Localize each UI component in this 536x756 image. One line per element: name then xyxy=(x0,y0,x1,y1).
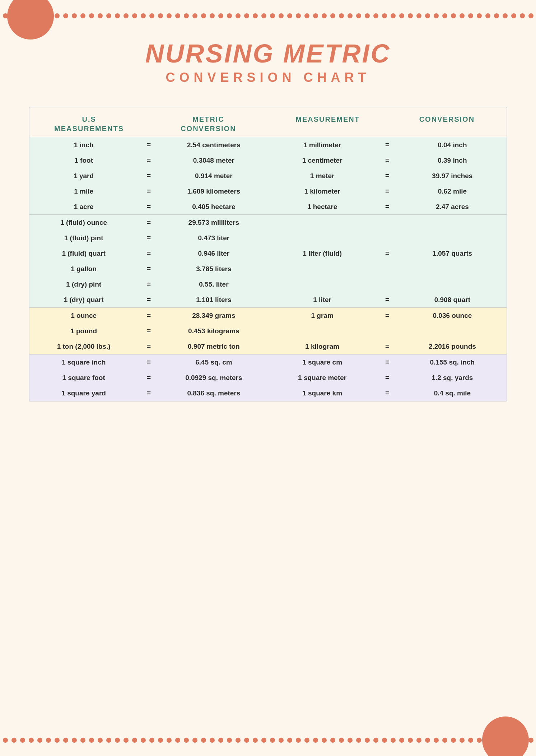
table-row: 1 square yard = 0.836 sq. meters 1 squar… xyxy=(29,385,507,401)
dot xyxy=(72,13,77,18)
section-area: 1 square inch = 6.45 sq. cm 1 square cm … xyxy=(29,354,507,401)
cell-eq-left: = xyxy=(138,186,159,197)
dot xyxy=(11,13,17,18)
section-weight: 1 ounce = 28.349 grams 1 gram = 0.036 ou… xyxy=(29,308,507,354)
cell-us: 1 mile xyxy=(29,186,138,197)
cell-metric-conv: 39.97 inches xyxy=(398,171,507,181)
dot xyxy=(218,13,223,18)
cell-eq-left: = xyxy=(138,341,159,352)
dot xyxy=(192,13,197,18)
dot xyxy=(460,13,465,18)
dot xyxy=(425,13,430,18)
cell-eq-right: = xyxy=(377,139,398,150)
dot xyxy=(132,738,137,743)
dot xyxy=(339,738,344,743)
cell-eq-left: = xyxy=(138,155,159,166)
cell-metric-conv: 2.2016 pounds xyxy=(398,341,507,352)
table-row: 1 (dry) pint = 0.55. liter xyxy=(29,277,507,292)
dot xyxy=(330,738,335,743)
cell-metric-conv: 2.47 acres xyxy=(398,201,507,212)
dot xyxy=(175,738,180,743)
dot xyxy=(442,13,447,18)
table-row: 1 (fluid) quart = 0.946 liter 1 liter (f… xyxy=(29,246,507,261)
table-row: 1 ton (2,000 lbs.) = 0.907 metric ton 1 … xyxy=(29,339,507,354)
dot xyxy=(184,13,189,18)
cell-eq-right xyxy=(377,330,398,333)
dot xyxy=(434,738,439,743)
cell-metric-conv xyxy=(398,330,507,333)
cell-us-metric: 0.0929 sq. meters xyxy=(159,372,268,383)
cell-us: 1 (fluid) pint xyxy=(29,233,138,244)
dot xyxy=(313,13,318,18)
cell-metric: 1 kilogram xyxy=(268,341,377,352)
dot xyxy=(201,738,206,743)
dot xyxy=(382,738,387,743)
cell-us: 1 (dry) pint xyxy=(29,279,138,290)
dot xyxy=(451,13,456,18)
dot xyxy=(175,13,180,18)
cell-metric-conv xyxy=(398,221,507,224)
dot xyxy=(115,13,120,18)
cell-eq-right xyxy=(377,237,398,240)
cell-metric-conv: 0.036 ounce xyxy=(398,310,507,321)
cell-eq-left: = xyxy=(138,232,159,244)
dot xyxy=(279,13,284,18)
table-row: 1 gallon = 3.785 liters xyxy=(29,261,507,277)
dot xyxy=(503,738,508,743)
cell-us-metric: 3.785 liters xyxy=(159,264,268,274)
cell-metric xyxy=(268,283,377,286)
cell-metric-conv xyxy=(398,283,507,286)
table-row: 1 square foot = 0.0929 sq. meters 1 squa… xyxy=(29,370,507,385)
cell-eq-right xyxy=(377,268,398,270)
col-header-measurement: MEASUREMENT xyxy=(268,115,387,133)
dot xyxy=(416,738,421,743)
cell-metric-conv xyxy=(398,237,507,240)
table-row: 1 ounce = 28.349 grams 1 gram = 0.036 ou… xyxy=(29,308,507,323)
dot xyxy=(115,738,120,743)
dots-top xyxy=(0,11,536,21)
dot xyxy=(270,738,275,743)
dot xyxy=(365,738,370,743)
table-row: 1 yard = 0.914 meter 1 meter = 39.97 inc… xyxy=(29,168,507,184)
dot xyxy=(304,13,309,18)
dot xyxy=(296,738,301,743)
conversion-table: U.SMEASUREMENTS METRICCONVERSION MEASURE… xyxy=(29,107,507,402)
cell-metric-conv: 0.4 sq. mile xyxy=(398,388,507,399)
dot xyxy=(236,738,241,743)
dot xyxy=(416,13,421,18)
cell-eq-right xyxy=(377,283,398,286)
dot xyxy=(89,738,94,743)
dot xyxy=(192,738,197,743)
dot xyxy=(520,13,525,18)
dot xyxy=(167,738,172,743)
dot xyxy=(399,13,404,18)
cell-metric: 1 hectare xyxy=(268,201,377,212)
dot xyxy=(55,738,60,743)
table-row: 1 mile = 1.609 kilometers 1 kilometer = … xyxy=(29,184,507,199)
cell-us-metric: 28.349 grams xyxy=(159,310,268,321)
cell-metric xyxy=(268,330,377,333)
dot xyxy=(244,738,249,743)
dot xyxy=(356,738,361,743)
cell-eq-left: = xyxy=(138,217,159,228)
cell-eq-left: = xyxy=(138,248,159,259)
dot xyxy=(399,738,404,743)
dot xyxy=(485,13,490,18)
cell-eq-right: = xyxy=(377,294,398,305)
dot xyxy=(37,13,42,18)
main-title: NURSING METRIC xyxy=(0,40,536,68)
cell-us: 1 ton (2,000 lbs.) xyxy=(29,341,138,352)
dot xyxy=(63,738,68,743)
cell-us: 1 pound xyxy=(29,326,138,337)
cell-us-metric: 29.573 mililiters xyxy=(159,217,268,228)
dot xyxy=(158,738,163,743)
dot xyxy=(3,13,8,18)
dot xyxy=(236,13,241,18)
table-row: 1 foot = 0.3048 meter 1 centimeter = 0.3… xyxy=(29,153,507,168)
dot xyxy=(287,13,292,18)
dot xyxy=(210,738,215,743)
dot xyxy=(391,13,396,18)
dot xyxy=(494,13,499,18)
cell-metric: 1 square cm xyxy=(268,357,377,368)
dot xyxy=(348,13,353,18)
